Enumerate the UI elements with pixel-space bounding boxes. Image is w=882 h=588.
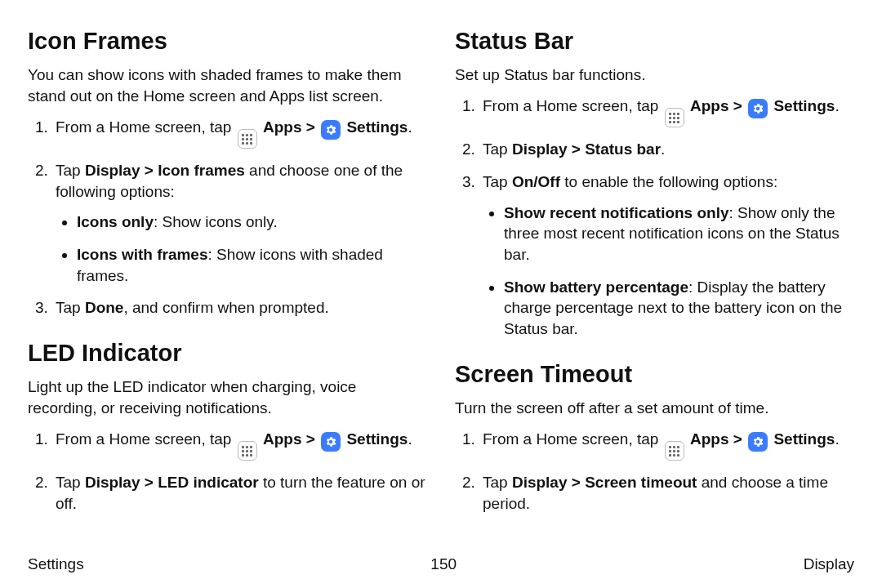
apps-icon (665, 441, 684, 461)
step-text: From a Home screen, tap (56, 430, 231, 448)
bold-path: Display > LED indicator (85, 474, 259, 491)
step-item: Tap Display > Screen timeout and choose … (479, 472, 854, 514)
step-item: Tap Display > Icon frames and choose one… (52, 160, 427, 286)
footer-page-number: 150 (430, 555, 457, 573)
option-desc: : Show icons only. (154, 213, 278, 230)
step-end: . (408, 118, 412, 136)
steps-led-indicator: From a Home screen, tap Apps > Settings.… (28, 429, 427, 514)
step-text: Tap (56, 162, 85, 179)
apps-label: Apps (263, 430, 302, 448)
option-item: Icons only: Show icons only. (77, 212, 427, 233)
heading-led-indicator: LED Indicator (28, 340, 427, 367)
gear-icon (321, 120, 341, 140)
step-item: From a Home screen, tap Apps > Settings. (479, 96, 854, 128)
intro-screen-timeout: Turn the screen off after a set amount o… (455, 398, 854, 419)
page-footer: Settings 150 Display (28, 555, 854, 573)
chevron-icon: > (306, 118, 315, 136)
footer-left: Settings (28, 555, 84, 573)
step-text: Tap (56, 474, 85, 491)
option-item: Show recent notifications only: Show onl… (504, 203, 854, 265)
bold-path: Display > Icon frames (85, 162, 245, 179)
steps-icon-frames: From a Home screen, tap Apps > Settings.… (28, 117, 427, 318)
chevron-icon: > (733, 97, 742, 114)
bold-word: Done (85, 299, 124, 316)
option-label: Icons only (77, 213, 154, 230)
step-item: Tap Display > LED indicator to turn the … (52, 472, 427, 514)
heading-status-bar: Status Bar (455, 28, 854, 55)
step-end: . (835, 430, 839, 448)
options-list: Show recent notifications only: Show onl… (483, 203, 854, 340)
step-text: From a Home screen, tap (483, 430, 658, 448)
step-item: From a Home screen, tap Apps > Settings. (52, 429, 427, 461)
option-label: Icons with frames (77, 246, 208, 263)
option-item: Show battery percentage: Display the bat… (504, 277, 854, 340)
step-item: Tap Display > Status bar. (479, 139, 854, 160)
intro-status-bar: Set up Status bar functions. (455, 65, 854, 86)
intro-icon-frames: You can show icons with shaded frames to… (28, 65, 427, 106)
apps-icon (238, 441, 257, 461)
step-text: Tap (56, 299, 85, 316)
steps-screen-timeout: From a Home screen, tap Apps > Settings.… (455, 429, 854, 514)
chevron-icon: > (306, 430, 315, 448)
step-item: From a Home screen, tap Apps > Settings. (479, 429, 854, 461)
option-label: Show battery percentage (504, 278, 688, 296)
step-text: From a Home screen, tap (56, 118, 231, 136)
heading-screen-timeout: Screen Timeout (455, 361, 854, 388)
step-text: Tap (483, 173, 512, 190)
settings-label: Settings (773, 97, 835, 114)
option-label: Show recent notifications only (504, 204, 729, 221)
step-item: From a Home screen, tap Apps > Settings. (52, 117, 427, 149)
steps-status-bar: From a Home screen, tap Apps > Settings.… (455, 96, 854, 340)
apps-label: Apps (690, 430, 729, 448)
bold-word: On/Off (512, 173, 560, 190)
settings-label: Settings (346, 430, 408, 448)
step-item: Tap On/Off to enable the following optio… (479, 172, 854, 339)
content-columns: Icon Frames You can show icons with shad… (28, 28, 854, 550)
gear-icon (321, 432, 341, 452)
chevron-icon: > (733, 430, 742, 448)
footer-right: Display (804, 555, 854, 573)
bold-path: Display > Status bar (512, 140, 661, 158)
options-list: Icons only: Show icons only. Icons with … (56, 212, 427, 286)
right-column: Status Bar Set up Status bar functions. … (455, 28, 854, 550)
step-end: . (835, 97, 839, 114)
gear-icon (748, 432, 768, 452)
apps-icon (665, 108, 684, 127)
apps-icon (238, 129, 257, 149)
settings-label: Settings (773, 430, 835, 448)
apps-label: Apps (263, 118, 302, 136)
settings-label: Settings (346, 118, 408, 136)
left-column: Icon Frames You can show icons with shad… (28, 28, 427, 550)
apps-label: Apps (690, 97, 729, 114)
option-item: Icons with frames: Show icons with shade… (77, 244, 427, 286)
step-text: Tap (483, 474, 512, 491)
step-text: From a Home screen, tap (483, 97, 658, 114)
step-text: Tap (483, 140, 512, 158)
heading-icon-frames: Icon Frames (28, 28, 427, 55)
step-text: . (661, 140, 665, 158)
gear-icon (748, 99, 768, 118)
step-text: to enable the following options: (560, 173, 777, 190)
bold-path: Display > Screen timeout (512, 474, 697, 491)
step-end: . (408, 430, 412, 448)
step-text: , and confirm when prompted. (123, 299, 328, 316)
step-item: Tap Done, and confirm when prompted. (52, 297, 427, 318)
intro-led-indicator: Light up the LED indicator when charging… (28, 376, 427, 418)
